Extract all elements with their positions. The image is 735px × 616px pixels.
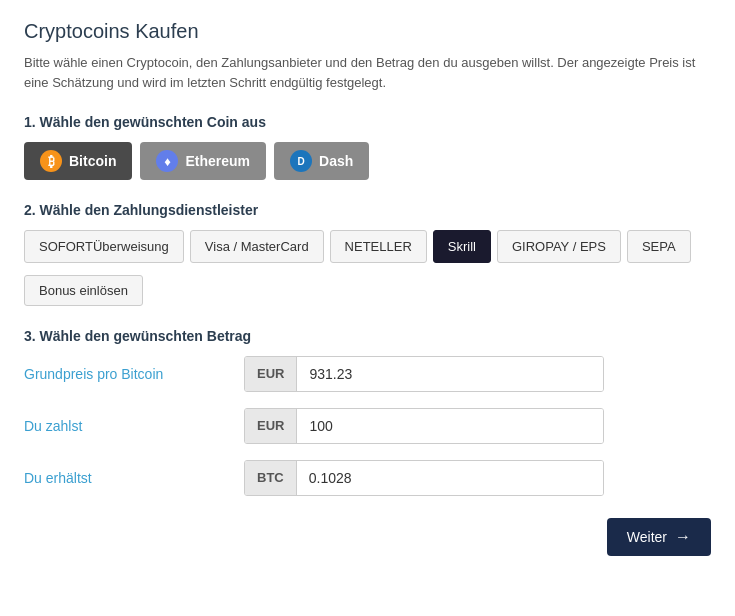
payment-button-sofort[interactable]: SOFORTÜberweisung <box>24 230 184 263</box>
base-price-input[interactable] <box>297 357 603 391</box>
you-get-label: Du erhältst <box>24 470 244 486</box>
next-arrow-icon: → <box>675 528 691 546</box>
coin-label-ethereum: Ethereum <box>185 153 250 169</box>
coin-button-bitcoin[interactable]: ₿ Bitcoin <box>24 142 132 180</box>
page-title: Cryptocoins Kaufen <box>24 20 711 43</box>
intro-text: Bitte wähle einen Cryptocoin, den Zahlun… <box>24 53 704 92</box>
amount-row-base-price: Grundpreis pro Bitcoin EUR <box>24 356 711 392</box>
payment-button-group: SOFORTÜberweisung Visa / MasterCard NETE… <box>24 230 711 263</box>
next-button-label: Weiter <box>627 529 667 545</box>
you-get-input[interactable] <box>297 461 603 495</box>
coin-label-bitcoin: Bitcoin <box>69 153 116 169</box>
dash-icon: D <box>290 150 312 172</box>
coin-section: 1. Wähle den gewünschten Coin aus ₿ Bitc… <box>24 114 711 180</box>
base-price-label: Grundpreis pro Bitcoin <box>24 366 244 382</box>
next-button[interactable]: Weiter → <box>607 518 711 556</box>
coin-section-label: 1. Wähle den gewünschten Coin aus <box>24 114 711 130</box>
payment-section: 2. Wähle den Zahlungsdienstleister SOFOR… <box>24 202 711 306</box>
payment-section-label: 2. Wähle den Zahlungsdienstleister <box>24 202 711 218</box>
you-get-currency: BTC <box>245 461 297 495</box>
you-pay-label: Du zahlst <box>24 418 244 434</box>
payment-button-giropay[interactable]: GIROPAY / EPS <box>497 230 621 263</box>
bitcoin-icon: ₿ <box>40 150 62 172</box>
base-price-currency: EUR <box>245 357 297 391</box>
you-pay-input-group: EUR <box>244 408 604 444</box>
footer: Weiter → <box>24 518 711 556</box>
payment-button-skrill[interactable]: Skrill <box>433 230 491 263</box>
ethereum-icon: ♦ <box>156 150 178 172</box>
payment-button-neteller[interactable]: NETELLER <box>330 230 427 263</box>
amount-section: 3. Wähle den gewünschten Betrag Grundpre… <box>24 328 711 496</box>
payment-button-visa[interactable]: Visa / MasterCard <box>190 230 324 263</box>
coin-button-group: ₿ Bitcoin ♦ Ethereum D Dash <box>24 142 711 180</box>
coin-button-ethereum[interactable]: ♦ Ethereum <box>140 142 266 180</box>
coin-button-dash[interactable]: D Dash <box>274 142 369 180</box>
payment-button-sepa[interactable]: SEPA <box>627 230 691 263</box>
base-price-input-group: EUR <box>244 356 604 392</box>
amount-section-label: 3. Wähle den gewünschten Betrag <box>24 328 711 344</box>
coin-label-dash: Dash <box>319 153 353 169</box>
amount-row-you-get: Du erhältst BTC <box>24 460 711 496</box>
you-get-input-group: BTC <box>244 460 604 496</box>
you-pay-currency: EUR <box>245 409 297 443</box>
you-pay-input[interactable] <box>297 409 603 443</box>
amount-row-you-pay: Du zahlst EUR <box>24 408 711 444</box>
bonus-button[interactable]: Bonus einlösen <box>24 275 143 306</box>
